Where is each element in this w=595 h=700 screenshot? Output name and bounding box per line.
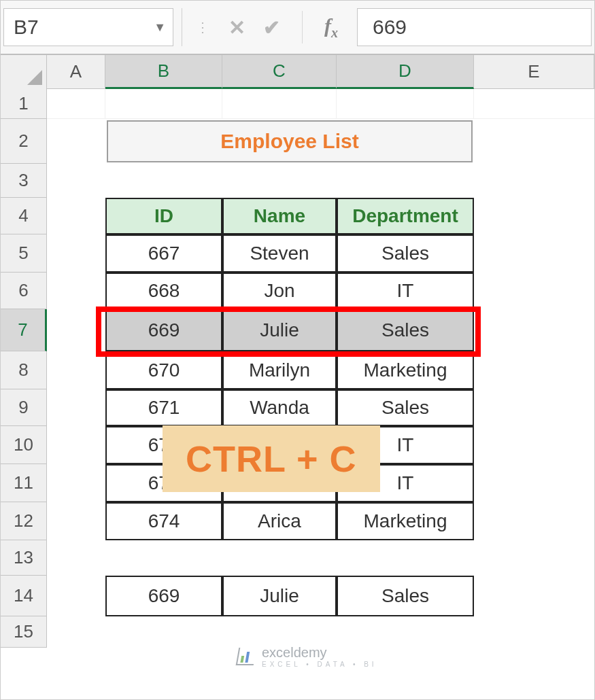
row-header-10[interactable]: 10 [1,426,46,464]
enter-icon[interactable]: ✔ [263,16,280,39]
cell-B7[interactable]: 669 [105,309,222,351]
col-header-B[interactable]: B [105,55,222,89]
cell-E12[interactable] [474,502,594,540]
cell-A14[interactable] [47,576,105,616]
cell-A8[interactable] [47,351,105,389]
row-header-15[interactable]: 15 [1,616,46,648]
cell-E7[interactable] [474,309,594,351]
cell-D8[interactable]: Marketing [337,351,474,389]
divider [302,11,303,43]
cell-E2[interactable] [474,119,594,164]
cell-D7[interactable]: Sales [337,309,474,351]
cells-area[interactable]: Employee List ID Name Department [47,89,594,648]
row-header-13[interactable]: 13 [1,540,46,576]
watermark-brand: exceldemy [262,645,327,660]
cell-E9[interactable] [474,389,594,426]
row-header-14[interactable]: 14 [1,576,46,616]
cell-B12[interactable]: 674 [105,502,222,540]
row-header-12[interactable]: 12 [1,502,46,540]
cell-A4[interactable] [47,198,105,234]
fx-icon[interactable]: fx [324,14,338,41]
name-box[interactable]: B7 ▼ [3,8,173,46]
cell-B8[interactable]: 670 [105,351,222,389]
cell-E8[interactable] [474,351,594,389]
formula-value-text: 669 [373,16,407,39]
cell-D3[interactable] [337,164,474,198]
cell-E6[interactable] [474,273,594,309]
cell-A12[interactable] [47,502,105,540]
row-header-7[interactable]: 7 [1,309,47,351]
row-header-5[interactable]: 5 [1,234,46,273]
cell-D15[interactable] [337,616,474,648]
cell-D13[interactable] [337,540,474,576]
row-header-2[interactable]: 2 [1,119,46,164]
col-header-E[interactable]: E [474,55,594,88]
cell-A13[interactable] [47,540,105,576]
cell-E5[interactable] [474,234,594,273]
row-header-1[interactable]: 1 [1,89,46,119]
cell-A15[interactable] [47,616,105,648]
cell-D9[interactable]: Sales [337,389,474,426]
cell-A11[interactable] [47,464,105,502]
header-id[interactable]: ID [105,198,222,234]
cell-D1[interactable] [337,89,474,118]
cell-C1[interactable] [222,89,337,118]
cell-B5[interactable]: 667 [105,234,222,273]
header-name[interactable]: Name [222,198,337,234]
cell-B6[interactable]: 668 [105,273,222,309]
cell-C9[interactable]: Wanda [222,389,337,426]
cell-D5[interactable]: Sales [337,234,474,273]
cell-D14[interactable]: Sales [337,576,474,616]
cell-A3[interactable] [47,164,105,198]
chevron-down-icon[interactable]: ▼ [154,20,166,35]
col-header-C[interactable]: C [222,55,337,89]
row-header-3[interactable]: 3 [1,164,46,198]
cell-C7[interactable]: Julie [222,309,337,351]
row-header-9[interactable]: 9 [1,389,46,426]
cell-A7[interactable] [47,309,105,351]
cell-E10[interactable] [474,426,594,464]
header-dept[interactable]: Department [337,198,474,234]
cell-C15[interactable] [222,616,337,648]
cell-B1[interactable] [105,89,222,118]
cell-C3[interactable] [222,164,337,198]
cell-A5[interactable] [47,234,105,273]
cell-E4[interactable] [474,198,594,234]
cell-E11[interactable] [474,464,594,502]
cell-C5[interactable]: Steven [222,234,337,273]
cell-C14[interactable]: Julie [222,576,337,616]
watermark: exceldemy EXCEL • DATA • BI [237,645,377,668]
row-header-6[interactable]: 6 [1,273,46,309]
cell-A10[interactable] [47,426,105,464]
cell-E15[interactable] [474,616,594,648]
cell-B9[interactable]: 671 [105,389,222,426]
col-header-D[interactable]: D [337,55,474,89]
cell-E1[interactable] [474,89,594,118]
cell-A2[interactable] [47,119,105,164]
cell-B13[interactable] [105,540,222,576]
cell-E14[interactable] [474,576,594,616]
formula-input[interactable]: 669 [357,8,592,46]
cell-C6[interactable]: Jon [222,273,337,309]
cell-B3[interactable] [105,164,222,198]
row-header-4[interactable]: 4 [1,198,46,234]
cell-B15[interactable] [105,616,222,648]
title-range[interactable]: Employee List [105,119,474,164]
col-header-A[interactable]: A [47,55,105,88]
cell-B14[interactable]: 669 [105,576,222,616]
cell-D6[interactable]: IT [337,273,474,309]
cell-E13[interactable] [474,540,594,576]
cancel-icon[interactable]: ✕ [228,16,245,39]
cell-C12[interactable]: Arica [222,502,337,540]
row-header-11[interactable]: 11 [1,464,46,502]
cell-D12[interactable]: Marketing [337,502,474,540]
cell-A9[interactable] [47,389,105,426]
cell-C13[interactable] [222,540,337,576]
cell-C8[interactable]: Marilyn [222,351,337,389]
drag-handle-icon[interactable]: ⋮ [196,19,211,35]
cell-E3[interactable] [474,164,594,198]
cell-A1[interactable] [47,89,105,118]
row-header-8[interactable]: 8 [1,351,46,389]
cell-A6[interactable] [47,273,105,309]
select-all-triangle[interactable] [1,55,47,89]
